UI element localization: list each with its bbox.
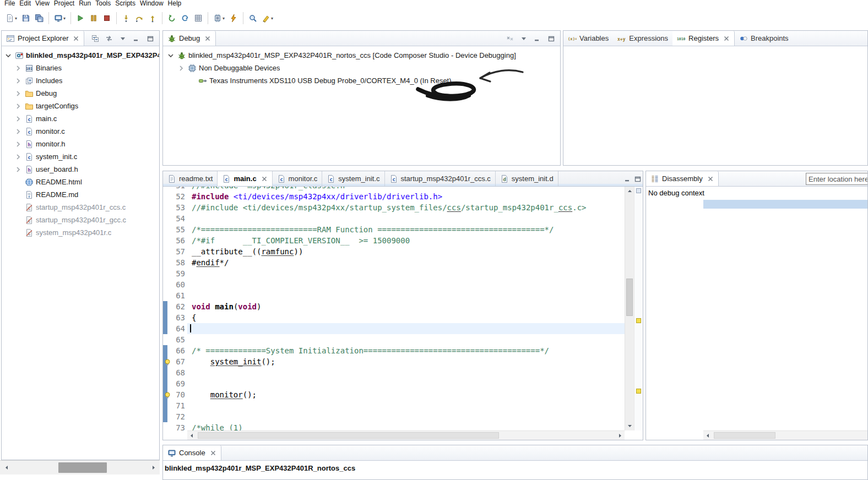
code-line-51[interactable]: 51//#include "msp432p401r_classic.h" bbox=[163, 187, 625, 191]
editor-vertical-scrollbar[interactable] bbox=[625, 187, 634, 430]
code-line-58[interactable]: 58#endif*/ bbox=[163, 257, 625, 268]
tree-item-system-init-c[interactable]: csystem_init.c bbox=[2, 150, 159, 163]
tab-debug[interactable]: Debug bbox=[163, 31, 216, 46]
chevron-collapsed-icon[interactable] bbox=[14, 152, 23, 161]
code-line-54[interactable]: 54 bbox=[163, 213, 625, 224]
close-icon[interactable] bbox=[73, 35, 79, 42]
scroll-left-arrow-icon[interactable] bbox=[0, 461, 13, 474]
warning-marker[interactable] bbox=[636, 318, 641, 323]
menu-scripts[interactable]: Scripts bbox=[115, 0, 140, 7]
code-line-56[interactable]: 56/*#if __TI_COMPILER_VERSION__ >= 15009… bbox=[163, 235, 625, 246]
menu-window[interactable]: Window bbox=[140, 0, 168, 7]
chevron-expanded-icon[interactable] bbox=[4, 51, 13, 60]
code-line-71[interactable]: 71 bbox=[163, 400, 625, 411]
editor-tab-monitor-c[interactable]: cmonitor.c bbox=[273, 171, 323, 186]
tree-item-user-board-h[interactable]: huser_board.h bbox=[2, 163, 159, 176]
code-line-60[interactable]: 60 bbox=[163, 279, 625, 290]
code-line-59[interactable]: 59 bbox=[163, 268, 625, 279]
code-line-72[interactable]: 72 bbox=[163, 411, 625, 422]
tab-registers[interactable]: 1010Registers bbox=[672, 31, 735, 46]
close-icon[interactable] bbox=[707, 176, 714, 182]
close-icon[interactable] bbox=[261, 176, 268, 182]
view-menu-icon[interactable] bbox=[519, 34, 529, 43]
scroll-right-arrow-icon[interactable] bbox=[615, 431, 625, 440]
tab-variables[interactable]: (x)=Variables bbox=[563, 31, 613, 46]
tree-item-monitor-h[interactable]: hmonitor.h bbox=[2, 138, 159, 150]
chevron-collapsed-icon[interactable] bbox=[14, 165, 23, 174]
resume-button[interactable] bbox=[74, 12, 87, 25]
close-icon[interactable] bbox=[723, 35, 730, 42]
debug-tree-row-texas-instruments-xds110-usb-d[interactable]: Texas Instruments XDS110 USB Debug Probe… bbox=[163, 74, 560, 87]
tree-item-main-c[interactable]: cmain.c bbox=[2, 112, 159, 125]
menu-view[interactable]: View bbox=[35, 0, 54, 7]
editor-tab-main-c[interactable]: cmain.c bbox=[218, 171, 272, 186]
tab-disassembly[interactable]: Disassembly bbox=[646, 171, 719, 187]
editor-tab-system-init-c[interactable]: csystem_init.c bbox=[322, 171, 384, 186]
chevron-collapsed-icon[interactable] bbox=[14, 89, 23, 98]
menu-file[interactable]: File bbox=[4, 0, 19, 7]
code-line-61[interactable]: 61 bbox=[163, 290, 625, 301]
scroll-thumb[interactable] bbox=[198, 432, 499, 439]
search-button[interactable] bbox=[246, 12, 259, 25]
close-icon[interactable] bbox=[204, 35, 211, 42]
chevron-collapsed-icon[interactable] bbox=[14, 64, 23, 73]
chevron-collapsed-icon[interactable] bbox=[14, 77, 23, 85]
tree-item-readme-html[interactable]: README.html bbox=[2, 176, 159, 188]
editor-tab-startup-msp432p401r-ccs-c[interactable]: cstartup_msp432p401r_ccs.c bbox=[385, 171, 496, 186]
code-line-62[interactable]: 62void main(void) bbox=[163, 301, 625, 312]
code-line-65[interactable]: 65 bbox=[163, 334, 625, 345]
tab-expressions[interactable]: x+yExpressions bbox=[613, 31, 672, 46]
menu-edit[interactable]: Edit bbox=[19, 0, 35, 7]
chevron-collapsed-icon[interactable] bbox=[14, 102, 23, 111]
scroll-thumb[interactable] bbox=[626, 279, 633, 316]
tab-project-explorer[interactable]: Project Explorer bbox=[2, 31, 84, 46]
code-line-64[interactable]: 64 bbox=[163, 323, 625, 334]
tab-breakpoints[interactable]: Breakpoints bbox=[735, 31, 793, 46]
step-return-button[interactable] bbox=[146, 12, 159, 25]
tree-item-startup-msp432p401r-gcc-c[interactable]: cstartup_msp432p401r_gcc.c bbox=[2, 214, 159, 226]
warning-icon[interactable] bbox=[164, 391, 171, 402]
scroll-right-arrow-icon[interactable] bbox=[147, 461, 160, 474]
suspend-button[interactable] bbox=[87, 12, 100, 25]
tab-console[interactable]: Console bbox=[163, 445, 221, 461]
target-config-button[interactable]: ▾ bbox=[211, 12, 227, 25]
step-into-button[interactable] bbox=[120, 12, 133, 25]
editor-tab-readme-txt[interactable]: readme.txt bbox=[163, 171, 218, 186]
maximize-icon[interactable] bbox=[145, 34, 155, 43]
menu-help[interactable]: Help bbox=[168, 0, 186, 7]
refresh-button[interactable] bbox=[178, 12, 192, 25]
location-input[interactable] bbox=[806, 173, 867, 185]
code-line-70[interactable]: 70 monitor(); bbox=[163, 389, 625, 400]
maximize-icon[interactable] bbox=[546, 34, 556, 43]
step-over-button[interactable] bbox=[133, 12, 146, 25]
flash-button[interactable] bbox=[227, 12, 240, 25]
menu-run[interactable]: Run bbox=[79, 0, 95, 7]
chevron-collapsed-icon[interactable] bbox=[177, 64, 186, 73]
editor-tab-system-init-d[interactable]: dsystem_init.d bbox=[496, 171, 558, 186]
minimize-icon[interactable] bbox=[533, 34, 542, 43]
code-line-66[interactable]: 66/* =============System Initialization=… bbox=[163, 345, 625, 356]
scroll-left-arrow-icon[interactable] bbox=[703, 431, 713, 440]
tree-item-system-msp432p401r-c[interactable]: csystem_msp432p401r.c bbox=[2, 226, 159, 239]
code-editor[interactable]: 51//#include "msp432p401r_classic.h"52#i… bbox=[163, 187, 643, 440]
chevron-expanded-icon[interactable] bbox=[166, 51, 175, 60]
open-console-button[interactable]: ▾ bbox=[52, 12, 68, 25]
chevron-collapsed-icon[interactable] bbox=[14, 140, 23, 149]
code-line-69[interactable]: 69 bbox=[163, 378, 625, 389]
tree-item-binaries[interactable]: 101Binaries bbox=[2, 62, 159, 74]
tree-item-readme-md[interactable]: README.md bbox=[2, 188, 159, 201]
editor-horizontal-scrollbar[interactable] bbox=[187, 430, 625, 440]
debug-session-row[interactable]: blinkled_msp432p401r_MSP_EXP432P401R_nor… bbox=[163, 49, 560, 62]
tree-item-project[interactable]: blinkled_msp432p401r_MSP_EXP432P401R_nor… bbox=[2, 49, 159, 62]
maximize-icon[interactable] bbox=[633, 174, 643, 184]
restart-button[interactable] bbox=[165, 12, 178, 25]
scroll-down-arrow-icon[interactable] bbox=[625, 421, 634, 430]
scroll-up-arrow-icon[interactable] bbox=[625, 187, 634, 196]
chevron-collapsed-icon[interactable] bbox=[14, 114, 23, 123]
highlighter-button[interactable]: ▾ bbox=[259, 12, 275, 25]
warning-icon[interactable] bbox=[164, 358, 171, 369]
scroll-thumb[interactable] bbox=[58, 462, 107, 473]
menu-project[interactable]: Project bbox=[54, 0, 79, 7]
minimize-icon[interactable] bbox=[132, 34, 142, 43]
code-line-52[interactable]: 52#include <ti/devices/msp432p4xx/driver… bbox=[163, 191, 625, 202]
